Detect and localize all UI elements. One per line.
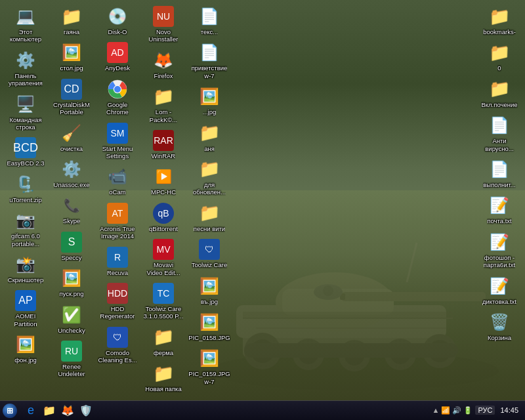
desktop-icons-area: 💻 Этоткомпьютер ⚙️ Панельуправления 🖥️ К…	[0, 0, 525, 400]
icon-label: ComodoCleaning Es...	[98, 349, 136, 364]
icon-pic0158[interactable]: 🖼️ PIC_0158.JPG	[187, 309, 232, 344]
screenshot-icon: 📸	[15, 254, 36, 275]
icon-my-computer[interactable]: 💻 Этоткомпьютер	[3, 3, 48, 46]
icon-label: пуск.png	[59, 290, 83, 297]
icon-crystaldisk[interactable]: CD CrystalDiskMPortable	[49, 76, 94, 119]
icon-novo[interactable]: NU NovoUninstaller	[141, 3, 186, 46]
icon-label: qBittorrent	[149, 225, 178, 232]
icon-diktovka[interactable]: 📝 диктовка.txt	[477, 273, 522, 308]
icon-ferma[interactable]: 📁 ферма	[141, 324, 186, 359]
icon-chistka[interactable]: 🧹 очистка	[49, 120, 94, 155]
taskbar-firefox-icon[interactable]: 🦊	[59, 402, 76, 419]
icon-pic0159[interactable]: 🖼️ PIC_0159.JPGw-7	[187, 345, 232, 388]
icon-speccy[interactable]: S Speccy	[49, 229, 94, 264]
icon-bookmarks[interactable]: 📁 bookmarks-	[477, 3, 522, 38]
icon-toolwiz2[interactable]: 🛡 Toolwiz Care	[187, 236, 232, 271]
icon-google-chrome[interactable]: GoogleChrome	[95, 76, 140, 119]
icon-label: HDDRegenerator	[100, 305, 135, 320]
right-icons: 📁 bookmarks- 📁 0 📁 Вкл.почение 📄 Анти ви…	[477, 3, 522, 344]
icon-privetstvie[interactable]: 📄 приветствиеw-7	[187, 39, 232, 82]
icon-toolwiz1[interactable]: TC Toolwiz Care3.1.0.5500 P...	[141, 280, 186, 323]
tray-network: 📶	[441, 406, 450, 415]
icon-unchecky[interactable]: ✅ Unchecky	[49, 302, 94, 337]
folder-icon: 📁	[61, 6, 82, 27]
icon-start-menu[interactable]: SM Start MenuSettings	[95, 120, 140, 163]
icon-anya[interactable]: 📁 аня	[187, 120, 232, 155]
cmd-icon: 🖥️	[15, 94, 36, 115]
bookmarks-icon: 📁	[489, 6, 510, 27]
icon-pusk[interactable]: 🖼️ пуск.png	[49, 265, 94, 300]
icon-label: ферма	[154, 349, 173, 356]
language-indicator[interactable]: РУС	[475, 406, 495, 415]
icon-winrar[interactable]: RAR WinRAR	[141, 127, 186, 162]
icon-label: PIC_0159.JPGw-7	[188, 370, 230, 385]
icon-anti-virus[interactable]: 📄 Анти вирусно...	[477, 112, 522, 155]
icon-cmd[interactable]: 🖥️ Команднаястрока	[3, 91, 48, 134]
icon-gayana[interactable]: 📁 гаяна	[49, 3, 94, 38]
icon-skype[interactable]: 📞 Skype	[49, 192, 94, 227]
icon-label: Toolwiz Care3.1.0.5500 P...	[144, 305, 184, 320]
icon-aomei[interactable]: AP AOMEIPartition	[3, 287, 48, 330]
icon-pesni[interactable]: 📁 песни вити	[187, 200, 232, 235]
icon-fon[interactable]: 🖼️ фон.jpg	[3, 331, 48, 366]
icon-korzina[interactable]: 🗑️ Корзина	[477, 309, 522, 344]
skype-icon: 📞	[61, 195, 82, 216]
icon-label: Start MenuSettings	[102, 145, 133, 160]
time-display: 14:45	[500, 406, 518, 415]
icon-mpc-hc[interactable]: ▶️ MPC-HC	[141, 163, 186, 198]
icon-zero-folder[interactable]: 📁 0	[477, 39, 522, 74]
icon-jpg-file[interactable]: 🖼️ ...jpg	[187, 83, 232, 118]
icon-ocam[interactable]: 📹 oCam	[95, 163, 140, 198]
pusk-icon: 🖼️	[61, 268, 82, 289]
icon-control-panel[interactable]: ⚙️ Панельуправления	[3, 47, 48, 90]
icon-qbittorrent[interactable]: qB qBittorrent	[141, 200, 186, 235]
control-panel-icon: ⚙️	[15, 50, 36, 71]
icon-anydesk[interactable]: AD AnyDesk	[95, 39, 140, 74]
icon-vypolnit[interactable]: 📄 выполнит...	[477, 156, 522, 191]
icon-novaya-papka[interactable]: 📁 Новая папка	[141, 360, 186, 395]
taskbar-ie-icon[interactable]: e	[22, 402, 39, 419]
novo-icon: NU	[153, 6, 174, 27]
start-button[interactable]: ⊞	[0, 401, 20, 421]
icon-gifcam[interactable]: 📷 gifcam 6.0portable...	[3, 207, 48, 250]
clock[interactable]: 14:45	[497, 406, 521, 415]
desktop: 💻 Этоткомпьютер ⚙️ Панельуправления 🖥️ К…	[0, 0, 525, 420]
icon-pochta[interactable]: 📝 почта.txt	[477, 192, 522, 227]
acronis-icon: AT	[107, 203, 128, 224]
icon-acronis[interactable]: AT Acronis TrueImage 2014	[95, 200, 140, 243]
chistka-icon: 🧹	[61, 123, 82, 144]
icon-label: Unassoc.exe	[54, 181, 90, 188]
vb-jpg-icon: 🖼️	[199, 276, 220, 297]
icon-vklyuchenie[interactable]: 📁 Вкл.почение	[477, 76, 522, 111]
icon-recuva[interactable]: R Recuva	[95, 244, 140, 279]
tray-arrow[interactable]: ▲	[432, 406, 440, 414]
taskbar-shield-icon[interactable]: 🛡️	[77, 402, 94, 419]
icon-easybcd[interactable]: BCD EasyBCD 2.3	[3, 135, 48, 169]
icon-screenshot[interactable]: 📸 Скриншотер	[3, 251, 48, 286]
icon-text-file[interactable]: 📄 текс...	[187, 3, 232, 38]
tray-volume[interactable]: 🔊	[452, 406, 461, 415]
icon-label: 0	[497, 64, 501, 72]
icon-fotoshop[interactable]: 📝 фотошоп -парта6и.txt	[477, 229, 522, 272]
icon-firefox[interactable]: 🦊 Firefox	[141, 47, 186, 82]
icon-hdd-regen[interactable]: HDD HDDRegenerator	[95, 280, 140, 323]
icon-disk-o[interactable]: 💿 Disk-O	[95, 3, 140, 38]
icon-comodo[interactable]: 🛡 ComodoCleaning Es...	[95, 324, 140, 367]
icon-renee[interactable]: RU ReneeUndeleter	[49, 338, 94, 381]
icon-label: ReneeUndeleter	[58, 363, 85, 378]
icon-movavi[interactable]: MV MovaviVideo Edit...	[141, 236, 186, 279]
icon-vb-jpg[interactable]: 🖼️ въ.jpg	[187, 273, 232, 308]
icon-lom[interactable]: 📁 Lom -PackK©...	[141, 83, 186, 126]
text-file-icon: 📄	[199, 6, 220, 27]
icon-unassoc[interactable]: ⚙️ Unassoc.exe	[49, 156, 94, 191]
unassoc-icon: ⚙️	[61, 159, 82, 180]
icon-torrent[interactable]: 🗜️ uTorrent.zip	[3, 171, 48, 206]
icon-label: Корзина	[488, 334, 511, 341]
icon-label: Firefox	[154, 72, 173, 79]
taskbar-explorer-icon[interactable]: 📁	[41, 402, 58, 419]
vypolnit-icon: 📄	[489, 159, 510, 180]
icon-dlya-obnovlen[interactable]: 📁 дляобновлен...	[187, 156, 232, 199]
hdd-icon: HDD	[107, 283, 128, 304]
icon-stol[interactable]: 🖼️ стол.jpg	[49, 39, 94, 74]
ferma-icon: 📁	[153, 327, 174, 348]
